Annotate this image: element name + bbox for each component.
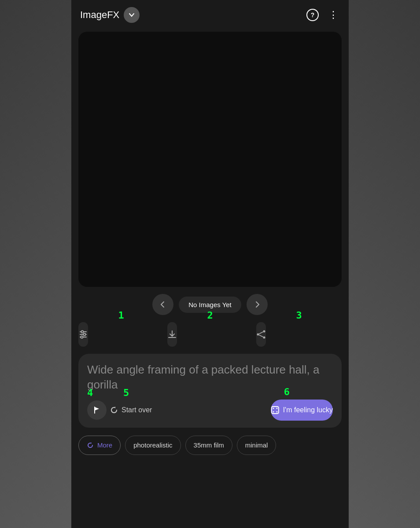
app-title: ImageFX (80, 9, 119, 21)
download-button[interactable] (167, 322, 177, 347)
chip-minimal[interactable]: minimal (237, 436, 276, 455)
header-left: ImageFX (80, 7, 140, 23)
app-container: ImageFX ? ⋮ No Images Yet (71, 0, 349, 528)
start-over-button[interactable]: Start over (110, 400, 152, 420)
right-panel (349, 0, 420, 528)
svg-point-4 (84, 334, 86, 336)
more-menu-button[interactable]: ⋮ (327, 7, 340, 22)
dice-icon (271, 406, 280, 414)
flag-button[interactable] (87, 400, 107, 420)
svg-line-10 (259, 335, 263, 337)
prompt-text[interactable]: Wide angle framing of a packed lecture h… (87, 363, 333, 392)
svg-line-9 (259, 332, 263, 334)
svg-point-5 (81, 336, 83, 338)
left-panel (0, 0, 71, 528)
chip-35mm-film[interactable]: 35mm film (185, 436, 232, 455)
download-col: 2 (167, 322, 253, 347)
dropdown-button[interactable] (124, 7, 140, 23)
prompt-area: Wide angle framing of a packed lecture h… (78, 354, 342, 428)
refresh-icon (110, 406, 118, 414)
image-canvas (78, 32, 342, 287)
share-icon (256, 330, 266, 339)
svg-rect-11 (272, 407, 279, 414)
right-arrow-icon (253, 301, 261, 308)
header: ImageFX ? ⋮ (71, 0, 349, 28)
share-button[interactable] (256, 322, 266, 347)
flag-icon (93, 406, 101, 414)
chevron-down-icon (129, 12, 135, 18)
svg-point-15 (276, 411, 277, 412)
download-icon (167, 330, 177, 339)
prompt-bottom-row: 4 5 Start over (87, 400, 333, 421)
adjust-button[interactable] (78, 322, 88, 347)
refresh-small-icon (87, 442, 94, 449)
left-arrow-icon (159, 301, 167, 308)
chips-row: More photorealistic 35mm film minimal (71, 433, 349, 464)
svg-point-12 (273, 407, 274, 409)
no-images-badge: No Images Yet (179, 297, 241, 313)
adjust-col: 1 (78, 322, 164, 347)
prev-button[interactable] (152, 294, 173, 315)
next-button[interactable] (247, 294, 268, 315)
help-icon[interactable]: ? (306, 9, 319, 21)
svg-point-3 (81, 331, 84, 333)
svg-point-8 (263, 337, 265, 339)
action-row: 1 2 (71, 319, 349, 352)
sliders-icon (78, 330, 88, 339)
nav-row: No Images Yet (71, 292, 349, 319)
header-right: ? ⋮ (306, 7, 340, 22)
feeling-lucky-button[interactable]: I'm feeling lucky (271, 400, 333, 421)
chip-more[interactable]: More (78, 436, 121, 455)
svg-point-13 (276, 407, 277, 409)
svg-point-7 (257, 334, 259, 336)
chip-photorealistic[interactable]: photorealistic (125, 436, 181, 455)
svg-point-14 (273, 411, 274, 412)
share-col: 3 (256, 322, 342, 347)
svg-point-6 (263, 330, 265, 333)
